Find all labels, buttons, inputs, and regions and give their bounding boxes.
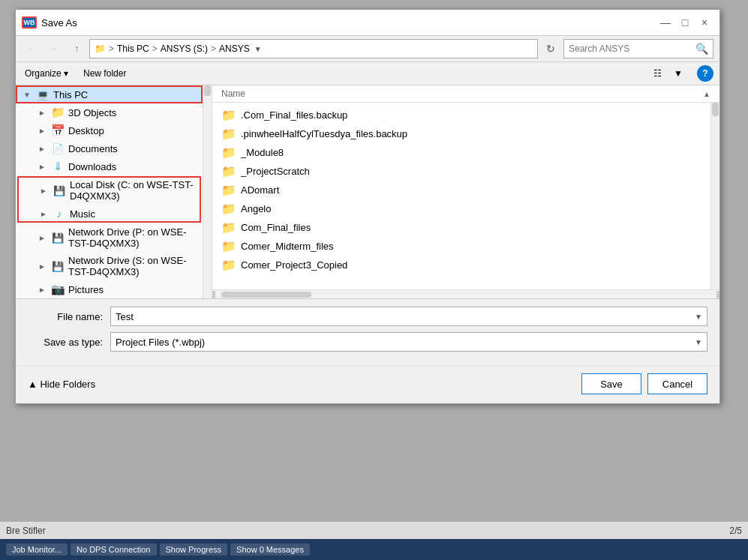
file-h-scrollbar[interactable]	[212, 289, 719, 298]
filename-label: File name:	[28, 311, 110, 322]
cancel-button[interactable]: Cancel	[647, 373, 707, 394]
file-item-com-final[interactable]: 📁 Com_Final_files	[212, 218, 710, 237]
view-layout-button[interactable]: ☷	[647, 65, 667, 82]
pictures-icon: 📷	[50, 283, 65, 295]
breadcrumb-this-pc[interactable]: This PC	[117, 43, 149, 54]
file-name: Comer_Project3_Copied	[241, 259, 347, 271]
back-button[interactable]: ←	[22, 40, 41, 58]
3d-objects-icon: 📁	[50, 106, 65, 118]
file-item-module8[interactable]: 📁 _Module8	[212, 143, 710, 162]
this-pc-icon: 💻	[35, 88, 50, 100]
breadcrumb-dropdown-icon: ▼	[254, 45, 262, 53]
music-icon: ♪	[52, 208, 67, 220]
maximize-button[interactable]: □	[676, 14, 694, 31]
this-pc-chevron-icon: ▼	[22, 91, 32, 99]
file-item-comer-project3[interactable]: 📁 Comer_Project3_Copied	[212, 256, 710, 274]
up-button[interactable]: ↑	[67, 40, 86, 58]
breadcrumb-sep3: >	[211, 43, 216, 54]
search-icon[interactable]: 🔍	[695, 43, 708, 55]
action-bar: ▲ Hide Folders Save Cancel	[16, 365, 719, 403]
filetype-value: Project Files (*.wbpj)	[116, 337, 695, 348]
file-name: Comer_Midterm_files	[241, 241, 334, 252]
desktop-icon: 📅	[50, 124, 65, 136]
file-item-comer-midterm[interactable]: 📁 Comer_Midterm_files	[212, 237, 710, 256]
local-disk-label: Local Disk (C: on WSE-TST-D4QXMX3)	[70, 179, 195, 202]
minimize-button[interactable]: —	[656, 14, 674, 31]
filetype-row: Save as type: Project Files (*.wbpj) ▼	[28, 332, 707, 352]
file-name: _ProjectScratch	[241, 166, 310, 177]
file-name: ADomart	[241, 184, 279, 196]
net-p-chevron-icon: ►	[37, 234, 47, 242]
address-bar[interactable]: 📁 > This PC > ANSYS (S:) > ANSYS ▼	[89, 39, 538, 58]
column-name-header: Name	[221, 88, 703, 99]
file-scrollbar[interactable]	[710, 103, 719, 289]
file-name: _Module8	[241, 147, 284, 158]
search-input[interactable]	[569, 43, 695, 54]
filename-field[interactable]: Test ▼	[110, 307, 707, 326]
taskbar-item-messages[interactable]: Show 0 Messages	[230, 544, 310, 556]
folder-icon: 📁	[221, 127, 236, 141]
dialog-buttons: Save Cancel	[581, 373, 707, 394]
taskbar-item-job-monitor[interactable]: Job Monitor...	[6, 544, 68, 556]
nav-item-this-pc[interactable]: ▼ 💻 This PC	[16, 85, 203, 103]
nav-item-network-drive-p[interactable]: ► 💾 Network Drive (P: on WSE-TST-D4QXMX3…	[16, 223, 203, 252]
save-as-dialog: WB Save As — □ × ← → ↑ 📁 > This PC > ANS…	[15, 9, 720, 404]
file-item-project-scratch[interactable]: 📁 _ProjectScratch	[212, 162, 710, 181]
hide-folders-button[interactable]: ▲ Hide Folders	[28, 379, 95, 390]
breadcrumb-ansys-drive[interactable]: ANSYS (S:)	[161, 43, 208, 54]
filetype-dropdown-icon[interactable]: ▼	[695, 338, 702, 346]
nav-item-desktop[interactable]: ► 📅 Desktop	[16, 121, 203, 139]
file-pane: Name ▲ 📁 .Com_Final_files.backup 📁 .pinw…	[212, 85, 719, 298]
nav-item-network-drive-s[interactable]: ► 💾 Network Drive (S: on WSE-TST-D4QXMX3…	[16, 252, 203, 280]
nav-item-3d-objects[interactable]: ► 📁 3D Objects	[16, 103, 203, 121]
desktop-label: Desktop	[68, 125, 197, 136]
organize-button[interactable]: Organize ▾	[22, 67, 71, 80]
search-box: 🔍	[563, 39, 713, 58]
documents-label: Documents	[68, 143, 197, 154]
command-bar: Organize ▾ New folder ☷ ▼ ?	[16, 62, 719, 85]
pictures-label: Pictures	[68, 284, 197, 295]
taskbar-item-progress[interactable]: Show Progress	[160, 544, 228, 556]
nav-item-downloads[interactable]: ► ⇓ Downloads	[16, 157, 203, 175]
net-s-label: Network Drive (S: on WSE-TST-D4QXMX3)	[68, 255, 197, 277]
help-button[interactable]: ?	[697, 65, 713, 82]
file-scroll-area: 📁 .Com_Final_files.backup 📁 .pinwheelHal…	[212, 103, 719, 289]
local-disk-chevron-icon: ►	[38, 187, 49, 195]
folder-icon: 📁	[221, 183, 236, 197]
status-user: Bre Stifler	[6, 526, 46, 536]
breadcrumb-sep2: >	[152, 43, 158, 54]
file-name: Com_Final_files	[241, 222, 311, 233]
file-item-adomart[interactable]: 📁 ADomart	[212, 181, 710, 199]
close-button[interactable]: ×	[695, 14, 713, 31]
file-name: .pinwheelHalfCylTuesdya_files.backup	[241, 128, 407, 139]
downloads-icon: ⇓	[50, 160, 65, 172]
pictures-chevron-icon: ►	[37, 286, 47, 294]
filename-value: Test	[116, 311, 695, 322]
nav-item-documents[interactable]: ► 📄 Documents	[16, 139, 203, 157]
column-sort-indicator: ▲	[703, 90, 710, 98]
filetype-field[interactable]: Project Files (*.wbpj) ▼	[110, 332, 707, 352]
file-list-header: Name ▲	[212, 85, 719, 103]
status-page: 2/5	[729, 526, 742, 536]
breadcrumb-ansys[interactable]: ANSYS	[219, 43, 250, 54]
refresh-button[interactable]: ↻	[541, 40, 560, 58]
file-name: Angelo	[241, 203, 271, 214]
new-folder-button[interactable]: New folder	[80, 67, 129, 80]
nav-scrollbar[interactable]	[203, 85, 212, 298]
view-dropdown-button[interactable]: ▼	[668, 65, 688, 82]
file-item-pinwheel-backup[interactable]: 📁 .pinwheelHalfCylTuesdya_files.backup	[212, 124, 710, 143]
downloads-label: Downloads	[68, 161, 197, 172]
nav-item-local-disk[interactable]: ► 💾 Local Disk (C: on WSE-TST-D4QXMX3)	[17, 176, 201, 205]
file-item-com-final-backup[interactable]: 📁 .Com_Final_files.backup	[212, 106, 710, 124]
forward-button[interactable]: →	[44, 40, 64, 58]
file-list: 📁 .Com_Final_files.backup 📁 .pinwheelHal…	[212, 103, 710, 289]
file-item-angelo[interactable]: 📁 Angelo	[212, 199, 710, 218]
save-button[interactable]: Save	[581, 373, 641, 394]
folder-icon: 📁	[221, 164, 236, 178]
taskbar-item-dps[interactable]: No DPS Connection	[71, 544, 156, 556]
3d-chevron-icon: ►	[37, 109, 47, 117]
folder-icon: 📁	[221, 202, 236, 216]
filename-dropdown-icon[interactable]: ▼	[695, 313, 702, 321]
nav-item-music[interactable]: ► ♪ Music	[17, 205, 201, 223]
nav-item-pictures[interactable]: ► 📷 Pictures	[16, 280, 203, 298]
